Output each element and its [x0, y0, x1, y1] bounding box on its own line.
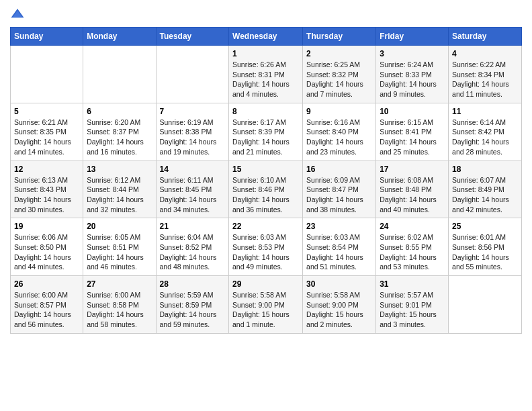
calendar-cell: 26Sunrise: 6:00 AM Sunset: 8:57 PM Dayli… [11, 276, 83, 334]
day-info: Sunrise: 6:19 AM Sunset: 8:38 PM Dayligh… [160, 118, 226, 157]
calendar-cell: 3Sunrise: 6:24 AM Sunset: 8:33 PM Daylig… [376, 46, 449, 103]
day-of-week-header: Monday [83, 28, 156, 46]
day-info: Sunrise: 5:58 AM Sunset: 9:00 PM Dayligh… [306, 290, 372, 330]
calendar-cell: 19Sunrise: 6:06 AM Sunset: 8:50 PM Dayli… [11, 218, 83, 276]
day-info: Sunrise: 6:13 AM Sunset: 8:43 PM Dayligh… [14, 175, 79, 215]
calendar-cell: 15Sunrise: 6:10 AM Sunset: 8:46 PM Dayli… [229, 161, 303, 218]
calendar-week-row: 1Sunrise: 6:26 AM Sunset: 8:31 PM Daylig… [11, 46, 522, 103]
day-info: Sunrise: 6:02 AM Sunset: 8:55 PM Dayligh… [380, 232, 445, 272]
day-number: 18 [452, 165, 518, 174]
day-number: 28 [160, 279, 226, 289]
day-number: 19 [14, 222, 79, 231]
day-number: 25 [452, 222, 518, 231]
day-number: 21 [160, 222, 226, 231]
calendar-cell: 13Sunrise: 6:12 AM Sunset: 8:44 PM Dayli… [83, 161, 156, 218]
calendar-cell: 28Sunrise: 5:59 AM Sunset: 8:59 PM Dayli… [156, 276, 229, 334]
logo [10, 7, 26, 21]
day-number: 15 [232, 165, 299, 174]
day-of-week-header: Saturday [449, 28, 522, 46]
day-number: 27 [87, 279, 152, 289]
day-info: Sunrise: 6:21 AM Sunset: 8:35 PM Dayligh… [14, 118, 79, 157]
day-number: 5 [14, 107, 79, 116]
calendar-table: SundayMondayTuesdayWednesdayThursdayFrid… [10, 27, 522, 334]
day-number: 10 [380, 107, 445, 116]
calendar-cell [11, 46, 83, 103]
day-info: Sunrise: 5:59 AM Sunset: 8:59 PM Dayligh… [160, 290, 226, 330]
day-number: 1 [232, 49, 299, 58]
day-info: Sunrise: 6:01 AM Sunset: 8:56 PM Dayligh… [452, 232, 518, 272]
calendar-cell: 29Sunrise: 5:58 AM Sunset: 9:00 PM Dayli… [229, 276, 303, 334]
day-info: Sunrise: 6:26 AM Sunset: 8:31 PM Dayligh… [232, 60, 299, 99]
day-number: 9 [306, 107, 372, 116]
day-info: Sunrise: 6:00 AM Sunset: 8:58 PM Dayligh… [87, 290, 152, 330]
calendar-cell: 20Sunrise: 6:05 AM Sunset: 8:51 PM Dayli… [83, 218, 156, 276]
day-info: Sunrise: 6:20 AM Sunset: 8:37 PM Dayligh… [87, 118, 152, 157]
calendar-cell: 24Sunrise: 6:02 AM Sunset: 8:55 PM Dayli… [376, 218, 449, 276]
calendar-cell [156, 46, 229, 103]
calendar-cell: 30Sunrise: 5:58 AM Sunset: 9:00 PM Dayli… [303, 276, 376, 334]
calendar-cell: 31Sunrise: 5:57 AM Sunset: 9:01 PM Dayli… [376, 276, 449, 334]
day-number: 12 [14, 165, 79, 174]
page-header [10, 7, 522, 21]
day-number: 7 [160, 107, 226, 116]
day-info: Sunrise: 5:57 AM Sunset: 9:01 PM Dayligh… [380, 290, 445, 330]
day-info: Sunrise: 6:00 AM Sunset: 8:57 PM Dayligh… [14, 290, 79, 330]
day-info: Sunrise: 6:10 AM Sunset: 8:46 PM Dayligh… [232, 175, 299, 215]
day-info: Sunrise: 6:08 AM Sunset: 8:48 PM Dayligh… [380, 175, 445, 215]
calendar-cell [83, 46, 156, 103]
calendar-cell: 14Sunrise: 6:11 AM Sunset: 8:45 PM Dayli… [156, 161, 229, 218]
day-number: 14 [160, 165, 226, 174]
day-info: Sunrise: 6:24 AM Sunset: 8:33 PM Dayligh… [380, 60, 445, 99]
day-info: Sunrise: 6:14 AM Sunset: 8:42 PM Dayligh… [452, 118, 518, 157]
day-info: Sunrise: 6:11 AM Sunset: 8:45 PM Dayligh… [160, 175, 226, 215]
day-number: 6 [87, 107, 152, 116]
calendar-cell: 21Sunrise: 6:04 AM Sunset: 8:52 PM Dayli… [156, 218, 229, 276]
calendar-cell: 6Sunrise: 6:20 AM Sunset: 8:37 PM Daylig… [83, 103, 156, 161]
calendar-cell: 18Sunrise: 6:07 AM Sunset: 8:49 PM Dayli… [449, 161, 522, 218]
calendar-cell: 16Sunrise: 6:09 AM Sunset: 8:47 PM Dayli… [303, 161, 376, 218]
day-number: 2 [306, 49, 372, 58]
calendar-cell: 25Sunrise: 6:01 AM Sunset: 8:56 PM Dayli… [449, 218, 522, 276]
day-info: Sunrise: 5:58 AM Sunset: 9:00 PM Dayligh… [232, 290, 299, 330]
day-info: Sunrise: 6:25 AM Sunset: 8:32 PM Dayligh… [306, 60, 372, 99]
calendar-cell: 22Sunrise: 6:03 AM Sunset: 8:53 PM Dayli… [229, 218, 303, 276]
day-number: 8 [232, 107, 299, 116]
day-number: 17 [380, 165, 445, 174]
day-of-week-header: Wednesday [229, 28, 303, 46]
day-info: Sunrise: 6:15 AM Sunset: 8:41 PM Dayligh… [380, 118, 445, 157]
calendar-week-row: 5Sunrise: 6:21 AM Sunset: 8:35 PM Daylig… [11, 103, 522, 161]
day-info: Sunrise: 6:12 AM Sunset: 8:44 PM Dayligh… [87, 175, 152, 215]
day-info: Sunrise: 6:07 AM Sunset: 8:49 PM Dayligh… [452, 175, 518, 215]
calendar-cell: 12Sunrise: 6:13 AM Sunset: 8:43 PM Dayli… [11, 161, 83, 218]
calendar-week-row: 19Sunrise: 6:06 AM Sunset: 8:50 PM Dayli… [11, 218, 522, 276]
calendar-cell: 17Sunrise: 6:08 AM Sunset: 8:48 PM Dayli… [376, 161, 449, 218]
day-number: 4 [452, 49, 518, 58]
day-info: Sunrise: 6:05 AM Sunset: 8:51 PM Dayligh… [87, 232, 152, 272]
day-info: Sunrise: 6:03 AM Sunset: 8:54 PM Dayligh… [306, 232, 372, 272]
day-of-week-header: Friday [376, 28, 449, 46]
calendar-week-row: 26Sunrise: 6:00 AM Sunset: 8:57 PM Dayli… [11, 276, 522, 334]
logo-icon [10, 7, 25, 21]
day-info: Sunrise: 6:17 AM Sunset: 8:39 PM Dayligh… [232, 118, 299, 157]
calendar-cell: 1Sunrise: 6:26 AM Sunset: 8:31 PM Daylig… [229, 46, 303, 103]
day-number: 31 [380, 279, 445, 289]
calendar-cell: 5Sunrise: 6:21 AM Sunset: 8:35 PM Daylig… [11, 103, 83, 161]
day-number: 13 [87, 165, 152, 174]
calendar-cell: 7Sunrise: 6:19 AM Sunset: 8:38 PM Daylig… [156, 103, 229, 161]
calendar-week-row: 12Sunrise: 6:13 AM Sunset: 8:43 PM Dayli… [11, 161, 522, 218]
calendar-cell: 10Sunrise: 6:15 AM Sunset: 8:41 PM Dayli… [376, 103, 449, 161]
day-number: 23 [306, 222, 372, 231]
calendar-cell: 11Sunrise: 6:14 AM Sunset: 8:42 PM Dayli… [449, 103, 522, 161]
day-info: Sunrise: 6:22 AM Sunset: 8:34 PM Dayligh… [452, 60, 518, 99]
day-number: 29 [232, 279, 299, 289]
calendar-cell: 23Sunrise: 6:03 AM Sunset: 8:54 PM Dayli… [303, 218, 376, 276]
day-of-week-header: Tuesday [156, 28, 229, 46]
day-of-week-header: Thursday [303, 28, 376, 46]
calendar-cell: 4Sunrise: 6:22 AM Sunset: 8:34 PM Daylig… [449, 46, 522, 103]
day-number: 11 [452, 107, 518, 116]
day-number: 16 [306, 165, 372, 174]
day-info: Sunrise: 6:16 AM Sunset: 8:40 PM Dayligh… [306, 118, 372, 157]
day-info: Sunrise: 6:09 AM Sunset: 8:47 PM Dayligh… [306, 175, 372, 215]
day-number: 22 [232, 222, 299, 231]
day-number: 24 [380, 222, 445, 231]
